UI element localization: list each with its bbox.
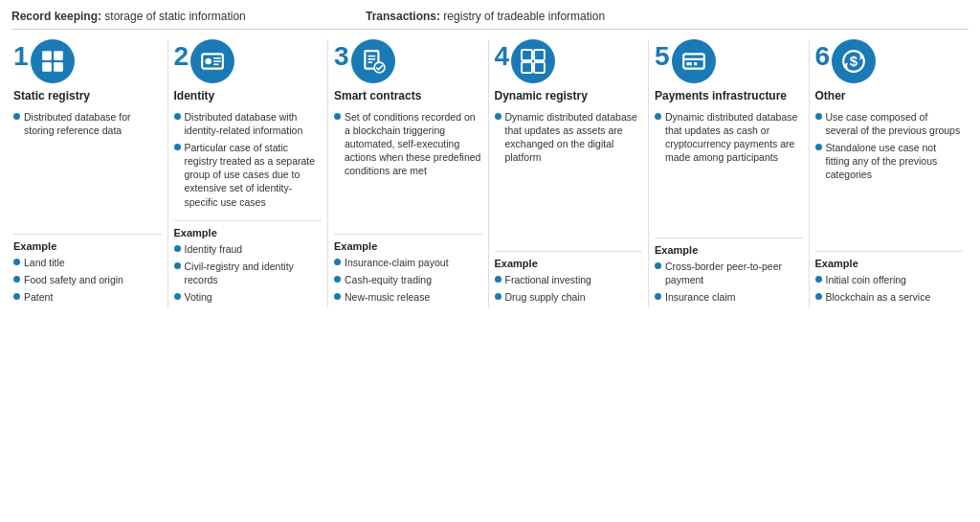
bullet-dot: [815, 113, 822, 120]
example-item: Cash-equity trading: [334, 273, 482, 286]
bullet-item: Particular case of static registry treat…: [174, 141, 323, 209]
col-6-examples: ExampleInitial coin offeringBlockchain a…: [815, 251, 964, 307]
example-dot: [174, 262, 181, 269]
bullet-text: Distributed database for storing referen…: [24, 110, 162, 137]
col-1-example-label: Example: [13, 240, 162, 252]
col-6-example-label: Example: [815, 258, 964, 269]
col-2-number: 2: [174, 43, 189, 70]
col-5-title: Payments infrastructure: [655, 89, 803, 104]
bullet-text: Dynamic distributed database that update…: [665, 110, 803, 165]
example-item: New-music release: [334, 290, 482, 304]
col-4-example-list: Fractional investingDrug supply chain: [495, 273, 643, 304]
svg-rect-16: [522, 62, 532, 73]
example-dot: [655, 293, 661, 300]
header-right: Transactions: registry of tradeable info…: [366, 10, 969, 23]
example-dot: [174, 245, 181, 252]
col-1-bullets: Distributed database for storing referen…: [13, 110, 162, 226]
col-1-example-list: Land titleFood safety and originPatent: [13, 256, 162, 305]
col-4-title: Dynamic registry: [495, 89, 643, 104]
example-text: Cross-border peer-to-peer payment: [665, 260, 803, 286]
col-2-icon-area: 2: [174, 39, 323, 83]
example-item: Blockchain as a service: [815, 290, 964, 304]
header-right-text: registry of tradeable information: [440, 10, 605, 23]
svg-text:$: $: [850, 53, 858, 69]
example-text: Cash-equity trading: [345, 273, 432, 286]
example-item: Patent: [13, 290, 162, 304]
col-6-icon-area: 6 $: [815, 39, 964, 83]
col-1-icon: [31, 39, 75, 83]
bullet-text: Distributed database with identity-relat…: [185, 110, 323, 137]
example-text: Land title: [24, 256, 65, 269]
example-item: Identity fraud: [174, 242, 323, 256]
column-5: 5 Payments infrastructureDynamic distrib…: [653, 39, 810, 307]
example-text: Drug supply chain: [505, 290, 586, 304]
col-4-icon: [511, 39, 555, 83]
bullet-dot: [174, 144, 181, 150]
bullet-dot: [13, 113, 20, 120]
col-3-title: Smart contracts: [334, 89, 482, 104]
svg-rect-25: [694, 62, 697, 65]
column-2: 2 IdentityDistributed database with iden…: [172, 39, 329, 307]
page: Record keeping: storage of static inform…: [0, 0, 980, 317]
header: Record keeping: storage of static inform…: [11, 10, 969, 30]
example-text: Patent: [24, 290, 53, 304]
col-4-bullets: Dynamic distributed database that update…: [495, 110, 643, 244]
col-3-icon-area: 3: [334, 39, 482, 83]
col-2-example-label: Example: [174, 227, 323, 238]
example-text: Blockchain as a service: [826, 290, 931, 304]
example-dot: [174, 293, 181, 300]
example-dot: [495, 276, 501, 283]
col-3-example-label: Example: [334, 240, 482, 252]
column-6: 6 $ OtherUse case composed of several of…: [813, 39, 969, 307]
svg-rect-24: [686, 62, 691, 65]
header-left-text: storage of static information: [101, 10, 246, 23]
column-3: 3 Smart contractsSet of conditions recor…: [332, 39, 489, 307]
col-5-icon-area: 5: [655, 39, 803, 83]
example-item: Initial coin offering: [815, 273, 964, 286]
col-3-example-list: Insurance-claim payoutCash-equity tradin…: [334, 256, 482, 305]
example-text: Identity fraud: [185, 242, 243, 256]
bullet-text: Set of conditions recorded on a blockcha…: [345, 110, 482, 178]
example-item: Insurance claim: [655, 290, 803, 304]
example-item: Drug supply chain: [495, 290, 643, 304]
svg-rect-14: [522, 50, 532, 60]
example-item: Food safety and origin: [13, 273, 162, 286]
col-2-example-list: Identity fraudCivil-registry and identit…: [174, 242, 323, 305]
column-4: 4 Dynamic registryDynamic distributed da…: [493, 39, 650, 307]
col-5-example-list: Cross-border peer-to-peer paymentInsuran…: [655, 260, 803, 305]
bullet-dot: [174, 113, 181, 120]
example-dot: [13, 259, 20, 265]
example-text: Fractional investing: [505, 273, 591, 286]
col-6-icon: $: [832, 39, 876, 83]
columns-container: 1 Static registryDistributed database fo…: [11, 39, 969, 307]
col-4-icon-area: 4: [495, 39, 643, 83]
example-item: Voting: [174, 290, 323, 304]
example-text: Food safety and origin: [24, 273, 123, 286]
col-5-examples: ExampleCross-border peer-to-peer payment…: [655, 238, 803, 308]
example-item: Land title: [13, 256, 162, 269]
col-4-examples: ExampleFractional investingDrug supply c…: [495, 251, 643, 307]
column-1: 1 Static registryDistributed database fo…: [11, 39, 168, 307]
bullet-item: Dynamic distributed database that update…: [655, 110, 803, 165]
col-1-icon-area: 1: [13, 39, 162, 83]
example-text: Voting: [185, 290, 212, 304]
svg-rect-2: [42, 62, 52, 72]
col-3-icon: [351, 39, 395, 83]
svg-rect-3: [54, 62, 63, 72]
header-right-bold: Transactions:: [366, 10, 440, 23]
example-dot: [13, 293, 20, 300]
col-6-example-list: Initial coin offeringBlockchain as a ser…: [815, 273, 964, 304]
header-left: Record keeping: storage of static inform…: [11, 10, 366, 23]
bullet-item: Use case composed of several of the prev…: [815, 110, 964, 137]
bullet-dot: [815, 144, 822, 150]
col-6-number: 6: [815, 43, 831, 70]
example-dot: [815, 276, 822, 283]
svg-rect-15: [534, 50, 545, 60]
col-1-title: Static registry: [13, 89, 162, 104]
example-item: Civil-registry and identity records: [174, 260, 323, 286]
col-2-examples: ExampleIdentity fraudCivil-registry and …: [174, 220, 323, 308]
col-4-example-label: Example: [495, 258, 643, 269]
example-dot: [655, 262, 661, 269]
example-dot: [334, 259, 341, 265]
col-2-icon: [190, 39, 234, 83]
